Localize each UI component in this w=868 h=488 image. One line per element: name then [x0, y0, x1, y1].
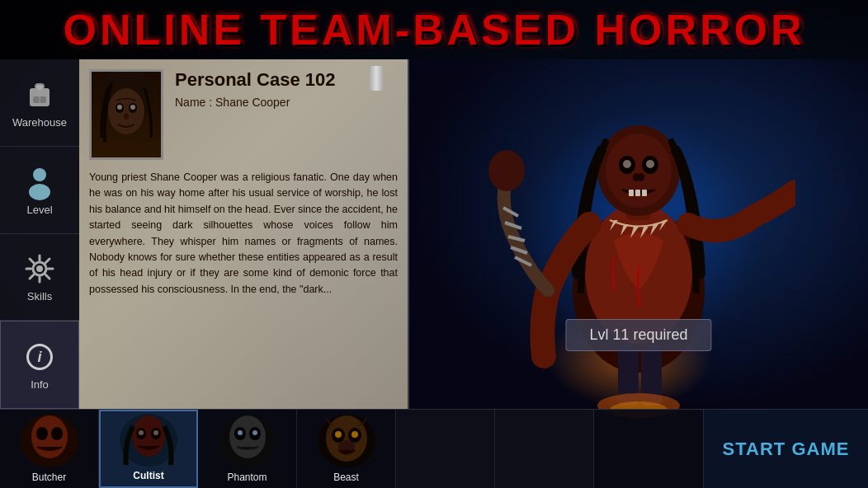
bottom-bar: Butcher Cultist	[0, 409, 868, 488]
svg-point-23	[124, 113, 129, 120]
phantom-portrait	[198, 412, 296, 470]
sidebar-item-info[interactable]: i Info	[0, 321, 79, 409]
beast-portrait	[297, 412, 395, 470]
svg-point-69	[252, 430, 257, 435]
sidebar-item-skills[interactable]: Skills	[0, 234, 79, 321]
svg-point-55	[31, 415, 68, 458]
sidebar-item-warehouse[interactable]: Warehouse	[0, 59, 79, 147]
char-slot-empty-2[interactable]	[495, 410, 594, 488]
sidebar-level-label: Level	[26, 204, 52, 216]
main-content: Personal Case 102 Name : Shane Cooper Yo…	[79, 59, 868, 409]
svg-line-13	[30, 259, 34, 263]
portrait-frame	[89, 69, 163, 160]
game-title: ONLINE TEAM-BASED HORROR	[63, 5, 804, 54]
svg-point-76	[335, 431, 342, 438]
start-game-label: START GAME	[723, 439, 850, 460]
svg-rect-36	[635, 190, 640, 196]
case-description: Young priest Shane Cooper was a religiou…	[89, 170, 398, 298]
svg-line-16	[30, 274, 34, 279]
svg-rect-37	[642, 190, 647, 196]
svg-point-8	[36, 265, 43, 272]
info-icon: i	[21, 339, 58, 375]
case-header: Personal Case 102 Name : Shane Cooper	[89, 69, 398, 160]
sidebar-info-label: Info	[31, 378, 49, 391]
case-title: Personal Case 102	[175, 69, 398, 91]
svg-point-57	[51, 427, 63, 440]
monster-figure	[482, 43, 795, 439]
svg-point-49	[488, 150, 525, 191]
empty-portrait-2	[495, 424, 593, 481]
svg-point-77	[351, 431, 358, 438]
svg-point-21	[117, 105, 122, 110]
case-title-block: Personal Case 102 Name : Shane Cooper	[175, 69, 398, 109]
svg-point-56	[36, 427, 48, 440]
level-badge: Lvl 11 required	[565, 319, 711, 351]
char-slot-beast[interactable]: Beast	[297, 410, 396, 488]
start-game-button[interactable]: START GAME	[703, 410, 868, 488]
case-panel: Personal Case 102 Name : Shane Cooper Yo…	[79, 59, 409, 409]
svg-rect-35	[629, 190, 634, 196]
case-name: Name : Shane Cooper	[175, 96, 398, 109]
butcher-label: Butcher	[32, 472, 66, 483]
empty-portrait-1	[396, 424, 494, 481]
sidebar-item-level[interactable]: Level	[0, 147, 79, 234]
clip-decoration	[370, 66, 383, 91]
portrait-inner	[92, 72, 161, 157]
cultist-portrait	[101, 411, 196, 468]
case-content: Personal Case 102 Name : Shane Cooper Yo…	[89, 69, 398, 298]
svg-point-28	[606, 134, 672, 208]
char-slot-butcher[interactable]: Butcher	[0, 410, 99, 488]
butcher-portrait	[0, 412, 98, 470]
beast-label: Beast	[333, 472, 359, 483]
svg-point-5	[33, 168, 46, 181]
svg-rect-2	[36, 85, 43, 90]
svg-point-34	[638, 173, 644, 181]
sidebar-warehouse-label: Warehouse	[12, 116, 67, 129]
svg-line-15	[45, 259, 50, 263]
gear-icon	[21, 251, 58, 287]
svg-point-68	[238, 430, 243, 435]
monster-area: Lvl 11 required	[409, 59, 868, 409]
phantom-label: Phantom	[227, 472, 267, 483]
person-icon	[21, 164, 58, 200]
svg-point-65	[229, 415, 266, 458]
backpack-icon	[21, 77, 58, 113]
sidebar: Warehouse Level	[0, 59, 79, 409]
svg-point-71	[326, 415, 367, 462]
svg-point-62	[139, 430, 144, 435]
cultist-label: Cultist	[133, 470, 163, 481]
svg-point-32	[646, 160, 654, 168]
title-bar: ONLINE TEAM-BASED HORROR	[0, 0, 868, 59]
char-slot-phantom[interactable]: Phantom	[198, 410, 297, 488]
char-slot-cultist[interactable]: Cultist	[99, 410, 198, 488]
sidebar-skills-label: Skills	[27, 290, 52, 303]
character-slots: Butcher Cultist	[0, 410, 703, 488]
svg-point-22	[130, 105, 135, 110]
svg-point-6	[29, 184, 50, 200]
char-slot-empty-1[interactable]	[396, 410, 495, 488]
svg-point-31	[623, 160, 631, 168]
svg-point-63	[153, 430, 158, 435]
svg-line-14	[45, 274, 50, 279]
